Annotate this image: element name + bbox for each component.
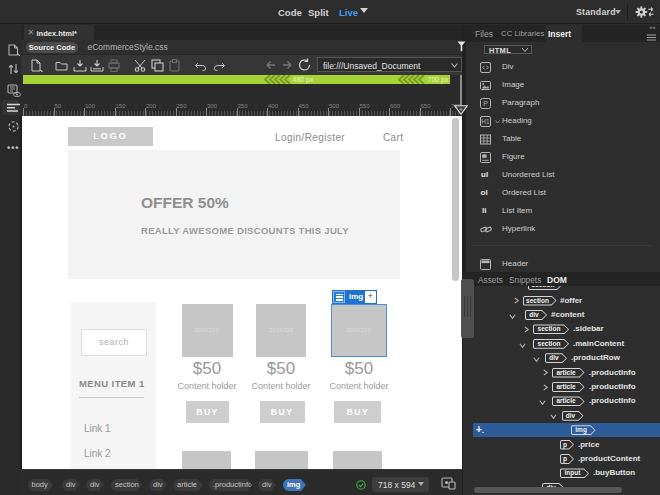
svg-text:H1: H1 (481, 118, 490, 125)
svg-text:P: P (483, 100, 488, 107)
